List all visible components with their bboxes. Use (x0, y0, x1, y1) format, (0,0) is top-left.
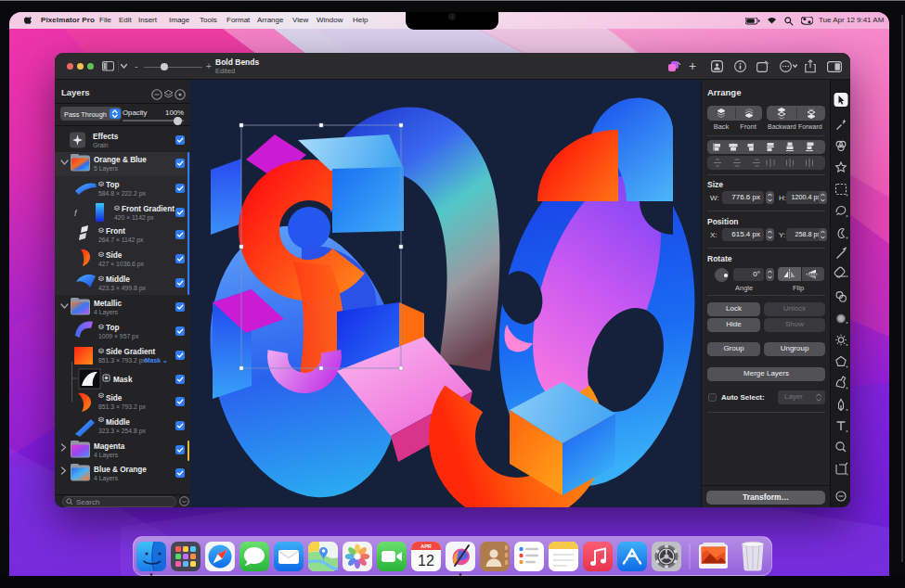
svg-text:5 Layers: 5 Layers (94, 165, 119, 173)
svg-text:4 Layers: 4 Layers (94, 475, 119, 482)
svg-text:4 Layers: 4 Layers (94, 309, 119, 316)
svg-text:Top: Top (106, 324, 119, 332)
svg-text:Effects: Effects (93, 133, 119, 141)
svg-text:584.8 × 222.2 px: 584.8 × 222.2 px (98, 190, 146, 198)
svg-text:Top: Top (106, 181, 119, 189)
svg-text:1009 × 957 px: 1009 × 957 px (98, 333, 139, 340)
svg-text:Middle: Middle (106, 275, 130, 284)
svg-text:Grain: Grain (93, 142, 109, 148)
svg-text:851.3 × 793.2 px: 851.3 × 793.2 px (98, 357, 146, 364)
svg-text:Metallic: Metallic (94, 300, 122, 308)
svg-text:Mask: Mask (113, 376, 133, 384)
svg-text:420 × 1142 px: 420 × 1142 px (114, 214, 154, 222)
svg-text:427 × 1036.6 px: 427 × 1036.6 px (98, 261, 145, 268)
svg-text:Mask ⌄: Mask ⌄ (145, 357, 168, 364)
svg-text:851.3 × 793.2 px: 851.3 × 793.2 px (98, 403, 146, 411)
svg-text:APR: APR (420, 543, 432, 549)
svg-text:Front Gradient: Front Gradient (122, 205, 175, 213)
svg-text:f: f (74, 209, 78, 218)
svg-text:Side: Side (106, 394, 123, 403)
svg-text:Orange & Blue: Orange & Blue (94, 156, 147, 164)
svg-text:323.3 × 254.8 px: 323.3 × 254.8 px (98, 428, 146, 435)
svg-text:264.7 × 1142 px: 264.7 × 1142 px (98, 236, 144, 244)
svg-text:12: 12 (418, 553, 434, 569)
svg-text:423.3 × 499.8 px: 423.3 × 499.8 px (98, 285, 146, 292)
svg-text:Middle: Middle (106, 418, 130, 427)
svg-text:Blue & Orange: Blue & Orange (94, 466, 147, 474)
svg-text:Magenta: Magenta (94, 442, 125, 451)
svg-text:Front: Front (106, 227, 125, 236)
svg-text:Side Gradient: Side Gradient (106, 348, 156, 356)
svg-text:Side: Side (106, 251, 123, 260)
svg-text:4 Layers: 4 Layers (94, 452, 119, 459)
